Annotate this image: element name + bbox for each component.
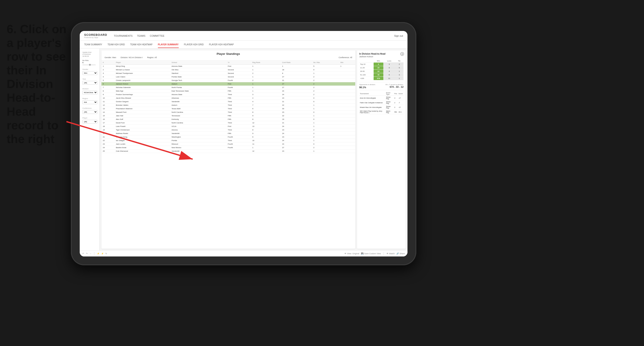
cell-yr: First xyxy=(226,125,251,128)
logo-sub: Powered by clippi xyxy=(84,36,107,38)
sub-nav-player-h2h-heatmap[interactable]: PLAYER H2H HEATMAP xyxy=(209,41,234,48)
nav-teams[interactable]: TEAMS xyxy=(137,34,146,38)
sub-nav-team-summary[interactable]: TEAM SUMMARY xyxy=(84,41,102,48)
h2h-tie: 3 xyxy=(395,73,404,77)
player-select[interactable]: (All) xyxy=(82,120,98,124)
cell-rds: 2 xyxy=(312,132,339,135)
cell-conf: 22 xyxy=(281,114,312,118)
cell-reg: 4 xyxy=(251,100,281,103)
table-row[interactable]: 4 Luke Claton Florida State Second 1 27 … xyxy=(102,75,355,79)
table-row[interactable]: 3 Michael Thorbjornsen Stanford Second 2… xyxy=(102,72,355,75)
nav-tournaments[interactable]: TOURNAMENTS xyxy=(114,34,133,38)
cell-win xyxy=(339,93,355,96)
cell-school: Georgia Tech xyxy=(170,79,226,82)
sub-nav-team-h2h-grid[interactable]: TEAM H2H GRID xyxy=(108,41,125,48)
view-original-button[interactable]: 👁 View: Original xyxy=(344,252,359,255)
cell-reg: 1 xyxy=(251,86,281,89)
sub-nav-team-h2h-heatmap[interactable]: TEAM H2H HEATMAP xyxy=(130,41,152,48)
cell-conf: 24 xyxy=(281,132,312,135)
cell-reg: 1 xyxy=(251,68,281,72)
h2h-tie: 1 xyxy=(395,70,404,73)
clock-button[interactable]: ↻ xyxy=(106,252,107,255)
table-row[interactable]: 18 Luke Powell UCLA First 13 24 1 xyxy=(102,125,355,128)
table-row[interactable]: 19 Tiger Christensen Arizona Third 8 23 … xyxy=(102,128,355,132)
save-custom-button[interactable]: 💾 Save Custom View xyxy=(361,252,381,255)
table-row[interactable]: 12 Brendan Valdes Auburn Third 7 22 1 xyxy=(102,103,355,107)
cell-num: 16 xyxy=(102,118,114,121)
table-row[interactable]: 14 Maxwell Ford North Carolina Third 8 2… xyxy=(102,111,355,114)
table-row[interactable]: 2 Michael La Sasse Ole Miss Second 1 18 … xyxy=(102,68,355,72)
gender-select[interactable]: Men xyxy=(82,71,98,75)
cell-num: 1 xyxy=(102,65,114,68)
cell-reg: 11 xyxy=(251,142,281,146)
instruction-text: 6. Click on a player's row to see their … xyxy=(0,18,78,150)
table-row[interactable]: 10 Jacob Mou-Dleaser Arkansas Fifth 4 23… xyxy=(102,96,355,100)
cell-player: Tiger Christensen xyxy=(114,128,170,132)
h2h-range: >100 xyxy=(359,77,374,80)
share-button[interactable]: 🔗 Share xyxy=(396,252,405,255)
table-row[interactable]: 20 Matthew Riedel Vanderbilt Fifth 9 24 … xyxy=(102,132,355,135)
sign-out-link[interactable]: Sign out xyxy=(394,34,403,37)
cell-reg: 1 xyxy=(251,75,281,79)
cell-conf: 19 xyxy=(281,118,312,121)
forward-button[interactable]: → xyxy=(90,252,92,255)
cell-school: Florida xyxy=(170,139,226,142)
division-select[interactable]: NCAA Division I xyxy=(82,91,98,94)
table-row[interactable]: 16 Alex Goff Kentucky Fifth 8 19 0 xyxy=(102,118,355,121)
player-table: # Player School Yr Reg Rank Conf Rank No… xyxy=(102,61,355,249)
tournament-row: Fallen Oak Collegiate Invitational Strok… xyxy=(359,100,404,105)
sub-nav-player-h2h-grid[interactable]: PLAYER H2H GRID xyxy=(184,41,204,48)
nav-committee[interactable]: COMMITTEE xyxy=(150,34,164,38)
table-row[interactable]: 21 Taehoon Song Washington Fourth 6 23 2 xyxy=(102,135,355,139)
tour-type: Stroke Play xyxy=(385,100,394,105)
table-row[interactable]: 9 Preston Summerhays Arizona State Third… xyxy=(102,93,355,96)
cell-school: Arizona State xyxy=(170,65,226,68)
table-row[interactable]: 5 Christo Lamprecht Georgia Tech Fourth … xyxy=(102,79,355,82)
table-row[interactable]: 25 Cole Sherwood Vanderbilt 12 23 1 xyxy=(102,150,355,153)
cell-reg: 1 xyxy=(251,146,281,150)
h2h-row: 11-25 20 9 5 xyxy=(359,66,404,70)
cell-yr xyxy=(226,150,251,153)
cell-win xyxy=(339,103,355,107)
region-label: Region xyxy=(82,98,97,100)
table-row[interactable]: 15 Jake Hall Tennessee Fifth 9 22 1 xyxy=(102,114,355,118)
table-row[interactable]: 17 David Ford North Carolina Third 12 21… xyxy=(102,121,355,125)
cell-yr: Fourth xyxy=(226,142,251,146)
year-select[interactable]: (All) xyxy=(82,81,98,85)
cell-school: North Carolina xyxy=(170,111,226,114)
no-rds-section: No Rds. 6 xyxy=(82,59,97,65)
cell-conf: 21 xyxy=(281,121,312,125)
redo-button[interactable]: ↷ xyxy=(86,252,88,255)
cell-num: 3 xyxy=(102,72,114,75)
table-row[interactable]: 11 Gordon Sargent Vanderbilt Third 4 21 … xyxy=(102,100,355,103)
h2h-close-button[interactable]: ✕ xyxy=(400,52,404,56)
region-select[interactable]: N/A xyxy=(82,100,98,104)
table-row[interactable]: 13 Phachakorn Malchon Texas A&M Third 6 … xyxy=(102,107,355,111)
copy-button[interactable]: ⚡ xyxy=(97,252,100,255)
sub-nav-player-summary[interactable]: PLAYER SUMMARY xyxy=(158,41,179,48)
cell-num: 7 xyxy=(102,86,114,89)
table-row[interactable]: 6 Jackson Koivun Auburn First 1 27 2 xyxy=(102,82,355,86)
table-row[interactable]: 24 Bastien Amat New Mexico Fourth 1 27 2 xyxy=(102,146,355,150)
cell-win xyxy=(339,72,355,75)
watch-button[interactable]: 👁 Watch xyxy=(386,252,395,255)
paste-button[interactable]: ⚡ xyxy=(101,252,104,255)
tour-score: 18-1 xyxy=(398,110,404,114)
table-row[interactable]: 1 Wenyi Ding Arizona State First 1 1 5 1 xyxy=(102,65,355,68)
undo-button[interactable]: ↶ xyxy=(82,252,84,255)
cell-rds: 5 xyxy=(312,65,339,68)
h2h-win: 578 xyxy=(374,77,383,80)
no-rds-value: 6 xyxy=(82,61,97,64)
cell-yr: Third xyxy=(226,139,251,142)
cell-player: Bastien Amat xyxy=(114,146,170,150)
h2h-range: Top 10 xyxy=(359,63,374,66)
table-row[interactable]: 22 Ian Gilligan Florida Third 10 24 1 xyxy=(102,139,355,142)
cell-rds: 1 xyxy=(312,114,339,118)
h2h-panel: ✕ In Division Head-to-Head Jackson Koivu… xyxy=(357,50,406,249)
table-row[interactable]: 7 Nicholas Gabrelcik North Florida Fourt… xyxy=(102,86,355,89)
table-row[interactable]: 8 Mats Ege East Tennessee State Fifth 1 … xyxy=(102,89,355,93)
table-row[interactable]: 23 Jack Lundin Missouri Fourth 11 24 0 xyxy=(102,142,355,146)
cell-rds: 2 xyxy=(312,146,339,150)
conference-select[interactable]: (All) xyxy=(82,110,98,114)
cell-reg: 6 xyxy=(251,107,281,111)
